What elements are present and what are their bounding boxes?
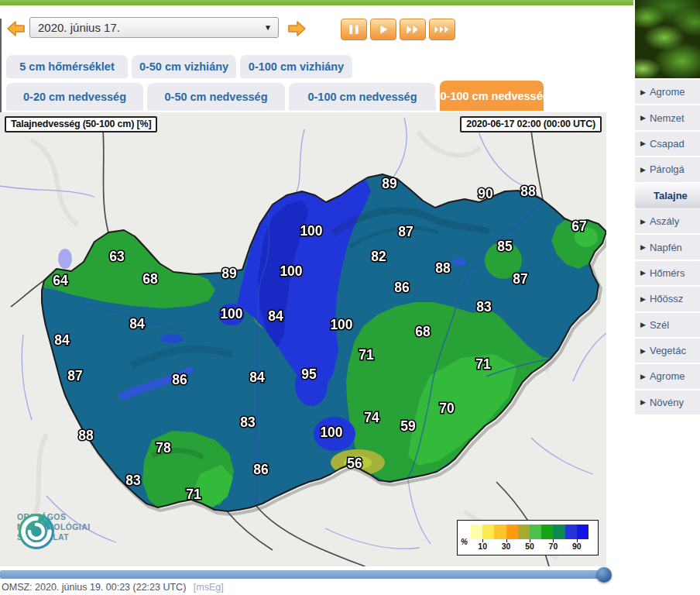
top-green-bar xyxy=(0,0,633,5)
sidebar-item-csapad-2[interactable]: ▶Csapad xyxy=(635,132,700,156)
station-value: 68 xyxy=(142,271,158,287)
sidebar-item-szel-9[interactable]: ▶Szél xyxy=(635,313,700,337)
station-value: 87 xyxy=(513,271,527,287)
legend-unit: % xyxy=(461,538,468,546)
station-value: 88 xyxy=(435,260,451,276)
tab-0-100-cm-vizhiany[interactable]: 0-100 cm vizhiány xyxy=(240,55,352,78)
sidebar-item-noveny-12[interactable]: ▶Növény xyxy=(635,390,700,414)
station-value: 83 xyxy=(125,473,141,488)
fastest-forward-button[interactable] xyxy=(429,19,455,40)
legend-swatches xyxy=(471,524,588,539)
sidebar-item-agrome-0[interactable]: ▶Agrome xyxy=(635,80,700,104)
station-value: 67 xyxy=(571,218,586,234)
sidebar-item-label: Nemzet xyxy=(650,112,685,124)
sidebar-item-label: Hőmérs xyxy=(650,267,685,279)
station-value: 71 xyxy=(186,487,201,502)
station-value: 100 xyxy=(280,263,302,279)
legend-swatch xyxy=(494,524,506,539)
station-value: 86 xyxy=(253,462,269,477)
date-dropdown[interactable]: 2020. június 17. ▼ xyxy=(29,17,279,38)
station-value: 82 xyxy=(371,249,386,264)
prev-date-arrow-icon[interactable] xyxy=(6,19,26,38)
chevron-down-icon: ▼ xyxy=(264,23,272,32)
station-value: 84 xyxy=(249,370,265,385)
sidebar-item-label: Napfén xyxy=(650,242,682,253)
legend-swatch xyxy=(541,524,553,539)
sidebar-item-talajne-4[interactable]: Talajne xyxy=(635,184,700,208)
station-value: 86 xyxy=(394,280,410,295)
map-timestamp-box: 2020-06-17 02:00 (00:00 UTC) xyxy=(460,116,602,132)
sidebar-item-nemzet-1[interactable]: ▶Nemzet xyxy=(635,105,700,129)
legend-tick-label: 70 xyxy=(544,542,562,551)
station-value: 83 xyxy=(476,299,492,315)
color-legend: % 1030507090 xyxy=(457,520,599,555)
status-text: OMSZ: 2020. június 19. 00:23 (22:23 UTC) xyxy=(2,582,186,593)
legend-tick-label: 30 xyxy=(497,542,516,551)
tab-0-50-cm-nedvesseg[interactable]: 0-50 cm nedvesség xyxy=(147,83,285,111)
legend-swatch xyxy=(553,524,564,539)
station-value: 85 xyxy=(497,239,513,254)
station-value: 84 xyxy=(54,332,70,348)
sidebar-item-parolga-3[interactable]: ▶Párolgá xyxy=(635,157,700,181)
station-value: 63 xyxy=(109,249,125,264)
sidebar-item-aszaly-5[interactable]: ▶Aszály xyxy=(635,209,700,233)
sidebar-item-label: Csapad xyxy=(650,138,685,150)
sidebar-item-homers-7[interactable]: ▶Hőmérs xyxy=(635,261,700,285)
playback-controls xyxy=(341,19,455,40)
legend-swatch xyxy=(530,524,541,539)
fast-forward-button[interactable] xyxy=(400,19,426,40)
station-value: 59 xyxy=(400,418,416,434)
region-blue-streak xyxy=(160,334,184,343)
play-button[interactable] xyxy=(370,19,396,40)
right-sidebar: ▶Agrome▶Nemzet▶Csapad▶PárolgáTalajne▶Asz… xyxy=(635,0,700,595)
sidebar-item-hoossz-8[interactable]: ▶Hőössz xyxy=(635,287,700,311)
station-value: 78 xyxy=(156,440,171,456)
legend-swatch xyxy=(482,524,494,539)
map-title-box: Talajnedvesség (50-100 cm) [%] xyxy=(5,116,157,132)
sidebar-item-label: Szél xyxy=(650,319,669,331)
pause-button[interactable] xyxy=(341,19,367,40)
tab-0-100-cm-nedvesseg[interactable]: 0-100 cm nedvesség xyxy=(289,83,436,111)
sidebar-item-label: Aszály xyxy=(650,215,679,227)
sidebar-item-label: Agrome xyxy=(650,86,685,98)
tab-50-100-cm-nedvesseg[interactable]: 50-100 cm nedvesség xyxy=(440,81,544,111)
sidebar-item-vegetac-10[interactable]: ▶Vegetác xyxy=(635,339,700,363)
tabs-row-2: 0-20 cm nedvesség0-50 cm nedvesség0-100 … xyxy=(6,81,544,111)
legend-tick-label: 10 xyxy=(473,542,492,551)
triangle-right-icon: ▶ xyxy=(640,243,646,251)
triangle-right-icon: ▶ xyxy=(640,269,646,277)
sidebar-item-napfen-6[interactable]: ▶Napfén xyxy=(635,235,700,259)
sidebar-item-label: Növény xyxy=(650,397,684,408)
legend-swatch xyxy=(577,524,588,539)
station-value: 89 xyxy=(221,266,237,281)
sidebar-item-label: Párolgá xyxy=(650,163,685,175)
soil-moisture-map: 8990886710087856382881008968876486831008… xyxy=(0,112,606,566)
station-value: 87 xyxy=(67,368,82,383)
legend-swatch xyxy=(506,524,518,539)
station-value: 100 xyxy=(220,306,242,322)
omsz-logo: ORSZÁGOSMETEOROLÓGIAISZOLGÁLAT xyxy=(17,512,90,542)
triangle-right-icon: ▶ xyxy=(640,218,646,225)
triangle-right-icon: ▶ xyxy=(640,88,646,96)
legend-tick-label: 50 xyxy=(520,542,539,551)
legend-tick-label: 90 xyxy=(568,542,586,551)
station-value: 83 xyxy=(240,414,256,430)
station-value: 71 xyxy=(359,347,374,363)
legend-swatch xyxy=(518,524,530,539)
sidebar-item-label: Agrome xyxy=(650,370,685,382)
timeline-scrollbar-thumb[interactable] xyxy=(596,567,612,583)
station-value: 88 xyxy=(520,184,536,199)
triangle-right-icon: ▶ xyxy=(640,295,646,303)
station-value: 71 xyxy=(475,356,491,372)
sidebar-item-agrome-11[interactable]: ▶Agrome xyxy=(635,364,700,388)
tab-0-50-cm-vizhiany[interactable]: 0-50 cm vizhiány xyxy=(132,55,236,78)
mseg-link[interactable]: [msEg] xyxy=(194,582,224,593)
sidebar-item-label: Vegetác xyxy=(650,345,686,356)
timeline-scrollbar[interactable] xyxy=(0,570,606,579)
station-value: 87 xyxy=(398,224,413,239)
next-date-arrow-icon[interactable] xyxy=(287,19,307,38)
tab-0-20-cm-nedvesseg[interactable]: 0-20 cm nedvesség xyxy=(6,83,143,111)
tab-5-cm-homerseklet[interactable]: 5 cm hőmérséklet xyxy=(6,55,128,78)
station-value: 100 xyxy=(300,223,322,239)
legend-swatch xyxy=(565,524,577,539)
